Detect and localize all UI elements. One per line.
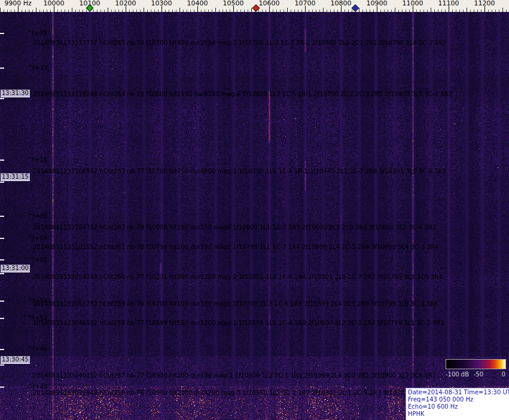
freq-label: 10000: [44, 0, 65, 7]
time-offset-mark: ^t+33: [28, 65, 47, 71]
colorbar-label-mid: -50: [474, 371, 483, 378]
event-line: 20140831133104752 hCnt262 nb-78 f10800 h…: [33, 224, 436, 231]
event-line: 20140831133054248 hCnt260 nb-77 f10301 h…: [33, 274, 442, 280]
event-line: 20140831133108852 hCnt263 nb-77 f10700 h…: [33, 168, 446, 174]
db-colorbar: -100 dB -50 0: [446, 359, 506, 378]
frequency-ruler: 9900 Hz100001010010200103001040010500106…: [0, 0, 509, 13]
spectrogram-area: ^t+39^t+33^t+18^t+08^t+04^t+01^t+54^t+51…: [0, 12, 509, 420]
time-tick: [0, 238, 4, 239]
time-tick: [0, 387, 4, 388]
time-offset-mark: ^t+01: [28, 256, 47, 263]
spectrogram-overlays: ^t+39^t+33^t+18^t+08^t+04^t+01^t+54^t+51…: [0, 12, 509, 420]
colorbar-label-max: 0: [502, 371, 505, 378]
event-line: 20140831133051752 hCnt259 nb-76 f10700 h…: [33, 301, 438, 307]
time-tick: [0, 364, 4, 366]
colorbar-gradient: [446, 359, 506, 369]
time-tick: [0, 160, 4, 161]
meteor-spectrogram-app: 9900 Hz100001010010200103001040010500106…: [0, 0, 509, 420]
time-axis-label: 13:31:30: [1, 90, 30, 97]
freq-label: 10900: [367, 0, 388, 7]
freq-label: 11100: [438, 0, 459, 7]
time-tick: [0, 318, 4, 319]
freq-label: 10800: [331, 0, 352, 7]
time-offset-mark: ^t+39: [27, 30, 47, 36]
time-axis-label: 13:31:00: [1, 265, 30, 272]
event-line: 20140831133040152 hCnt257 nb-77 f10900 h…: [33, 372, 436, 379]
time-tick: [0, 349, 4, 350]
time-axis-label: 13:30:45: [1, 356, 30, 364]
freq-label: 10500: [223, 0, 244, 7]
time-offset-mark: ^t+18: [27, 157, 47, 163]
colorbar-label-min: -100 dB: [446, 371, 469, 378]
time-tick: [0, 33, 4, 34]
freq-label: 10400: [187, 0, 208, 7]
time-tick: [0, 301, 4, 302]
info-station-code: HPHK: [408, 410, 509, 418]
event-line: 20140831133133752 hCnt265 nb-78 f10700 h…: [33, 39, 446, 46]
info-frequency: Freq=143 050 000 Hz: [408, 396, 509, 403]
event-line: 20140831133032948 hCnt256 nb-76 f10900 h…: [33, 390, 431, 396]
observation-info-box: Date=2014-08-31 Time=13:30 UTC Freq=143 …: [406, 388, 509, 420]
time-tick: [0, 98, 4, 99]
freq-label: 11000: [403, 0, 423, 7]
event-line: 20140831133101552 hCnt261 nb-78 f10798 h…: [33, 244, 438, 250]
freq-label: 10600: [259, 0, 280, 7]
event-line: 20140831133118248 hCnt264 nb-78 f10600 h…: [33, 91, 452, 97]
time-offset-mark: ^t+08: [28, 213, 47, 219]
info-date-time: Date=2014-08-31 Time=13:30 UTC: [408, 389, 509, 396]
freq-label: 9900 Hz: [4, 0, 32, 7]
colorbar-labels: -100 dB -50 0: [446, 371, 506, 378]
freq-label: 10300: [151, 0, 172, 7]
time-tick: [0, 273, 4, 274]
time-tick: [0, 68, 4, 69]
time-tick: [0, 216, 4, 217]
freq-label: 10700: [295, 0, 316, 7]
info-echo-frequency: Echo=10 600 Hz: [408, 403, 509, 410]
freq-label: 11200: [474, 0, 495, 7]
time-axis-label: 13:31:15: [1, 173, 30, 181]
event-line: 20140831133046552 hCnt258 nb-77 f10599 h…: [33, 320, 444, 326]
time-tick: [0, 182, 4, 183]
time-offset-mark: ^t+46: [28, 346, 47, 352]
time-tick: [0, 259, 4, 260]
blue-diamond-marker[interactable]: [352, 4, 359, 12]
freq-label: 10200: [115, 0, 136, 7]
time-offset-mark: ^t+04: [28, 235, 47, 241]
